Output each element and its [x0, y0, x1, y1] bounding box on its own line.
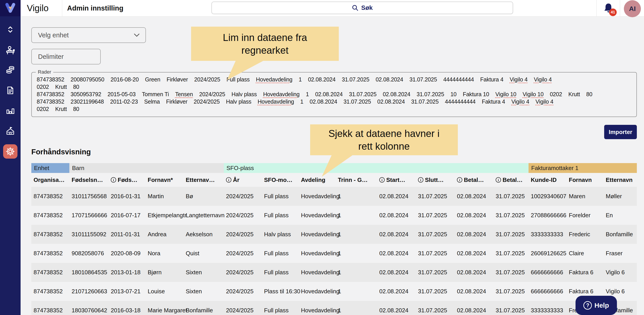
sidebar-item-statistics[interactable]: [3, 104, 18, 118]
rader-token: 874738352: [37, 76, 64, 82]
column-header-label: Etternav…: [186, 176, 215, 184]
info-icon[interactable]: i: [457, 177, 462, 182]
rader-token: Halv plass: [232, 91, 257, 97]
table-cell: 26069126625: [528, 250, 566, 257]
rader-token: Tensen: [175, 91, 193, 97]
table-cell: 31.07.2025: [494, 231, 528, 238]
column-header-label: Føds…: [118, 176, 138, 184]
table-cell: Full plass: [262, 269, 299, 276]
rader-token: Hovedavdeling: [258, 98, 294, 105]
table-body: 874738352310117565682016-01-31MartinBø20…: [31, 187, 637, 315]
column-header-label: Etternavn: [606, 176, 632, 184]
info-icon[interactable]: i: [111, 177, 116, 182]
vigilo-logo[interactable]: [0, 0, 20, 16]
delimiter-input[interactable]: Delimiter: [31, 49, 101, 64]
sidebar-item-economy[interactable]: [3, 63, 18, 78]
table-cell: 31.07.2025: [416, 269, 455, 276]
rader-token: Faktura 10: [463, 91, 489, 97]
rader-token: 3050953792: [70, 91, 101, 97]
table-cell: 1: [336, 307, 377, 314]
column-header: iSlutt…: [416, 176, 455, 184]
rader-token: Firkløver: [166, 76, 188, 82]
table-cell: Claire: [566, 250, 604, 257]
column-header-label: Organisa…: [34, 176, 65, 184]
column-header: Fødselsn…: [69, 176, 108, 184]
rader-token: 0202: [37, 84, 49, 90]
table-cell: 02.08.2024: [455, 250, 494, 257]
group-header-fakturamottaker-1: Fakturamottaker 1: [528, 163, 637, 173]
gear-icon: [5, 146, 16, 156]
table-cell: Martin: [146, 193, 184, 200]
sidebar-item-users[interactable]: [3, 43, 18, 57]
help-button[interactable]: ? Help: [576, 296, 617, 315]
rows-textarea[interactable]: Rader 874738352200807950502016-08-20Gree…: [31, 72, 637, 117]
check-hint-text: rett kolonne: [358, 140, 410, 152]
table-cell: 18030760642: [69, 307, 108, 314]
sidebar-item-expand[interactable]: [3, 22, 18, 37]
column-header-label: Betal…: [464, 176, 484, 184]
column-header: iStart…: [377, 176, 416, 184]
table-cell: Bonfamille: [604, 231, 637, 238]
table-cell: Hovedavdeling: [299, 193, 336, 200]
table-cell: 31.07.2025: [416, 250, 455, 257]
column-header: Etternavn: [604, 176, 637, 184]
search-input[interactable]: Søk: [212, 2, 513, 14]
table-cell: 2024/2025: [224, 288, 262, 295]
table-cell: 31.07.2025: [494, 307, 528, 314]
rader-token: 80: [73, 106, 79, 112]
table-cell: 02.08.2024: [377, 212, 416, 219]
column-header: iÅr: [224, 176, 262, 184]
column-header: iFøds…: [108, 176, 146, 184]
table-cell: Hovedavdeling: [299, 307, 336, 314]
info-icon[interactable]: i: [379, 177, 385, 182]
sidebar-item-documents[interactable]: [3, 83, 18, 98]
table-cell: 874738352: [31, 193, 69, 200]
column-header-label: Fornavn*: [148, 176, 173, 184]
table-cell: Full plass: [262, 212, 299, 219]
rader-token: 0202: [37, 106, 49, 112]
column-header-label: Betal…: [502, 176, 523, 184]
table-cell: Møller: [604, 193, 637, 200]
topbar-divider: [620, 0, 620, 16]
column-header-label: Fødselsn…: [72, 176, 103, 184]
column-header: Organisa…: [31, 176, 69, 184]
info-icon[interactable]: i: [496, 177, 501, 182]
rader-token: Tommen Ti: [142, 91, 169, 97]
info-icon[interactable]: i: [226, 177, 231, 182]
sidebar-item-settings[interactable]: [3, 144, 18, 158]
rader-token: 2024/2025: [199, 91, 225, 97]
table-cell: 1: [336, 193, 377, 200]
table-cell: Vigilo 6: [604, 288, 637, 295]
paste-hint-text: Lim inn dataene fra: [223, 31, 307, 44]
column-header: Trinn - G…: [336, 176, 377, 184]
table-cell: 2024/2025: [224, 231, 262, 238]
table-row: 874738352180307606422016-03-18Marie Marg…: [31, 301, 637, 315]
column-header: Fornavn*: [146, 176, 184, 184]
table-cell: Faktura 6: [566, 288, 604, 295]
brand-name: Vigilo: [27, 0, 48, 16]
table-row: 874738352180108645352013-01-18BjørnSixte…: [31, 263, 637, 282]
rader-token: Vigilo 10: [523, 91, 544, 97]
info-icon[interactable]: i: [418, 177, 423, 182]
rader-token: 4444444444: [445, 98, 476, 105]
sidebar-item-school[interactable]: [3, 124, 18, 138]
table-cell: Andrea: [146, 231, 184, 238]
import-button[interactable]: Importer: [604, 125, 637, 139]
table-cell: Langtetternavn: [184, 212, 224, 219]
table-cell: 1: [336, 269, 377, 276]
table-cell: 02.08.2024: [377, 193, 416, 200]
table-cell: Plass til 16:30: [262, 288, 299, 295]
avatar[interactable]: AI: [624, 0, 641, 17]
rader-token: Vigilo 4: [510, 76, 528, 82]
table-cell: 02.08.2024: [377, 231, 416, 238]
rader-token: Selma: [144, 98, 160, 105]
table-cell: 874738352: [31, 212, 69, 219]
table-cell: 3333333333: [528, 307, 566, 314]
notifications-button[interactable]: 41: [602, 2, 614, 14]
unit-select[interactable]: Velg enhet: [31, 27, 146, 43]
rader-token: Firkløver: [166, 98, 187, 105]
rader-token: 02.08.2024: [377, 98, 405, 105]
paste-hint-text: regnearket: [242, 44, 288, 56]
rader-line: 87473835230509537922015-05-03Tommen TiTe…: [37, 90, 632, 98]
coins-icon: [5, 65, 16, 76]
